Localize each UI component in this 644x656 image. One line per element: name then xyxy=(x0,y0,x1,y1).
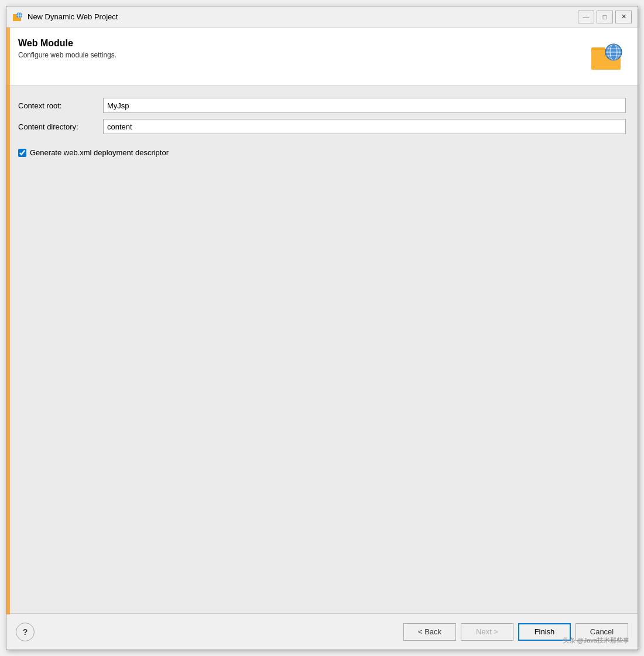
header-subtitle: Configure web module settings. xyxy=(18,51,588,59)
header-text: Web Module Configure web module settings… xyxy=(18,38,588,59)
generate-webxml-label: Generate web.xml deployment descriptor xyxy=(30,148,169,157)
content-directory-input[interactable] xyxy=(103,119,626,134)
main-content: Context root: Content directory: Generat… xyxy=(6,86,638,613)
title-bar-controls: — □ ✕ xyxy=(578,11,632,23)
back-button[interactable]: < Back xyxy=(403,623,456,641)
title-bar-icon xyxy=(12,12,23,22)
footer-buttons: < Back Next > Finish Cancel xyxy=(403,623,628,641)
header-section: Web Module Configure web module settings… xyxy=(6,28,638,86)
left-accent-bar xyxy=(6,28,10,614)
maximize-button[interactable]: □ xyxy=(597,11,613,23)
generate-webxml-checkbox[interactable] xyxy=(18,149,26,157)
next-button[interactable]: Next > xyxy=(461,623,513,641)
dialog-window: New Dynamic Web Project — □ ✕ Web Module… xyxy=(6,6,638,650)
header-icon-container xyxy=(588,38,626,76)
title-bar-title: New Dynamic Web Project xyxy=(28,12,578,21)
help-button[interactable]: ? xyxy=(16,623,35,641)
web-module-icon xyxy=(590,42,624,72)
context-root-label: Context root: xyxy=(18,101,103,110)
checkbox-row: Generate web.xml deployment descriptor xyxy=(18,148,626,157)
title-bar: New Dynamic Web Project — □ ✕ xyxy=(6,6,638,28)
context-root-row: Context root: xyxy=(18,98,626,113)
footer: ? < Back Next > Finish Cancel xyxy=(6,613,638,650)
minimize-button[interactable]: — xyxy=(578,11,594,23)
header-title: Web Module xyxy=(18,38,588,49)
app-icon xyxy=(12,12,23,22)
content-directory-label: Content directory: xyxy=(18,122,103,131)
context-root-input[interactable] xyxy=(103,98,626,113)
close-button[interactable]: ✕ xyxy=(615,11,632,23)
finish-button[interactable]: Finish xyxy=(518,623,571,641)
cancel-button[interactable]: Cancel xyxy=(576,623,628,641)
content-directory-row: Content directory: xyxy=(18,119,626,134)
